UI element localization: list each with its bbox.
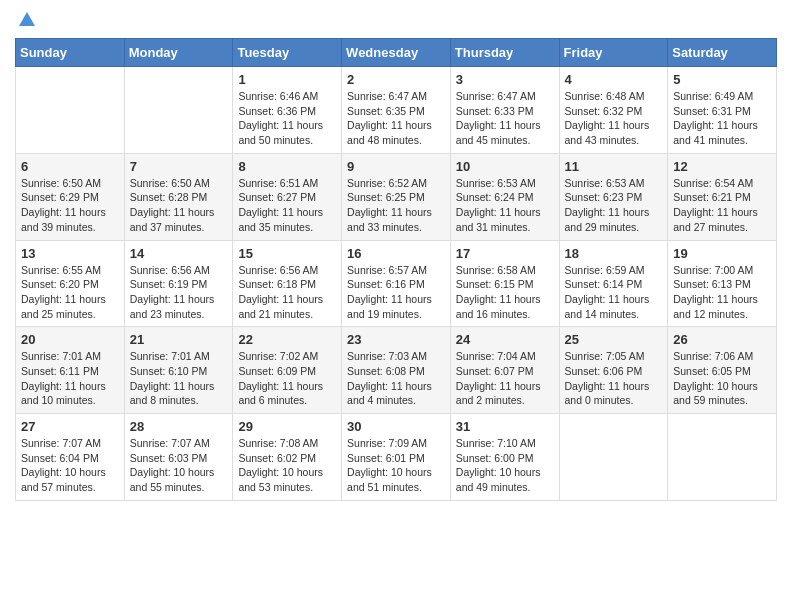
sunset-label: Sunset: 6:29 PM (21, 191, 99, 203)
day-info: Sunrise: 6:53 AM Sunset: 6:23 PM Dayligh… (565, 176, 663, 235)
day-info: Sunrise: 7:07 AM Sunset: 6:03 PM Dayligh… (130, 436, 228, 495)
daylight-label: Daylight: 10 hours and 53 minutes. (238, 466, 323, 493)
sunrise-label: Sunrise: 7:05 AM (565, 350, 645, 362)
day-number: 26 (673, 332, 771, 347)
calendar-cell: 8 Sunrise: 6:51 AM Sunset: 6:27 PM Dayli… (233, 153, 342, 240)
calendar-weekday-wednesday: Wednesday (342, 39, 451, 67)
calendar-cell: 22 Sunrise: 7:02 AM Sunset: 6:09 PM Dayl… (233, 327, 342, 414)
calendar-cell: 14 Sunrise: 6:56 AM Sunset: 6:19 PM Dayl… (124, 240, 233, 327)
day-number: 14 (130, 246, 228, 261)
daylight-label: Daylight: 11 hours and 2 minutes. (456, 380, 541, 407)
daylight-label: Daylight: 11 hours and 10 minutes. (21, 380, 106, 407)
calendar-week-row: 6 Sunrise: 6:50 AM Sunset: 6:29 PM Dayli… (16, 153, 777, 240)
sunrise-label: Sunrise: 6:47 AM (347, 90, 427, 102)
daylight-label: Daylight: 10 hours and 59 minutes. (673, 380, 758, 407)
day-number: 27 (21, 419, 119, 434)
sunset-label: Sunset: 6:35 PM (347, 105, 425, 117)
day-info: Sunrise: 7:02 AM Sunset: 6:09 PM Dayligh… (238, 349, 336, 408)
sunset-label: Sunset: 6:09 PM (238, 365, 316, 377)
calendar-weekday-sunday: Sunday (16, 39, 125, 67)
calendar-weekday-saturday: Saturday (668, 39, 777, 67)
day-number: 24 (456, 332, 554, 347)
day-number: 9 (347, 159, 445, 174)
sunrise-label: Sunrise: 6:47 AM (456, 90, 536, 102)
sunset-label: Sunset: 6:31 PM (673, 105, 751, 117)
daylight-label: Daylight: 10 hours and 57 minutes. (21, 466, 106, 493)
daylight-label: Daylight: 11 hours and 41 minutes. (673, 119, 758, 146)
day-number: 7 (130, 159, 228, 174)
calendar-week-row: 20 Sunrise: 7:01 AM Sunset: 6:11 PM Dayl… (16, 327, 777, 414)
svg-marker-0 (19, 12, 35, 26)
calendar-cell: 6 Sunrise: 6:50 AM Sunset: 6:29 PM Dayli… (16, 153, 125, 240)
daylight-label: Daylight: 11 hours and 19 minutes. (347, 293, 432, 320)
sunset-label: Sunset: 6:25 PM (347, 191, 425, 203)
sunset-label: Sunset: 6:02 PM (238, 452, 316, 464)
sunrise-label: Sunrise: 7:01 AM (130, 350, 210, 362)
daylight-label: Daylight: 11 hours and 4 minutes. (347, 380, 432, 407)
sunset-label: Sunset: 6:24 PM (456, 191, 534, 203)
sunset-label: Sunset: 6:01 PM (347, 452, 425, 464)
sunrise-label: Sunrise: 6:51 AM (238, 177, 318, 189)
daylight-label: Daylight: 11 hours and 25 minutes. (21, 293, 106, 320)
day-number: 17 (456, 246, 554, 261)
calendar-cell: 12 Sunrise: 6:54 AM Sunset: 6:21 PM Dayl… (668, 153, 777, 240)
calendar-cell: 23 Sunrise: 7:03 AM Sunset: 6:08 PM Dayl… (342, 327, 451, 414)
sunrise-label: Sunrise: 7:00 AM (673, 264, 753, 276)
calendar-cell: 5 Sunrise: 6:49 AM Sunset: 6:31 PM Dayli… (668, 67, 777, 154)
calendar-cell: 27 Sunrise: 7:07 AM Sunset: 6:04 PM Dayl… (16, 414, 125, 501)
sunset-label: Sunset: 6:23 PM (565, 191, 643, 203)
daylight-label: Daylight: 10 hours and 51 minutes. (347, 466, 432, 493)
day-info: Sunrise: 6:55 AM Sunset: 6:20 PM Dayligh… (21, 263, 119, 322)
sunset-label: Sunset: 6:13 PM (673, 278, 751, 290)
calendar-header-row: SundayMondayTuesdayWednesdayThursdayFrid… (16, 39, 777, 67)
calendar-cell: 25 Sunrise: 7:05 AM Sunset: 6:06 PM Dayl… (559, 327, 668, 414)
day-info: Sunrise: 6:52 AM Sunset: 6:25 PM Dayligh… (347, 176, 445, 235)
calendar-cell: 31 Sunrise: 7:10 AM Sunset: 6:00 PM Dayl… (450, 414, 559, 501)
day-info: Sunrise: 7:10 AM Sunset: 6:00 PM Dayligh… (456, 436, 554, 495)
calendar-cell (16, 67, 125, 154)
day-number: 6 (21, 159, 119, 174)
sunset-label: Sunset: 6:03 PM (130, 452, 208, 464)
daylight-label: Daylight: 10 hours and 55 minutes. (130, 466, 215, 493)
sunrise-label: Sunrise: 6:48 AM (565, 90, 645, 102)
sunset-label: Sunset: 6:16 PM (347, 278, 425, 290)
day-info: Sunrise: 6:50 AM Sunset: 6:29 PM Dayligh… (21, 176, 119, 235)
daylight-label: Daylight: 11 hours and 43 minutes. (565, 119, 650, 146)
calendar-cell (124, 67, 233, 154)
calendar-cell: 11 Sunrise: 6:53 AM Sunset: 6:23 PM Dayl… (559, 153, 668, 240)
calendar-week-row: 27 Sunrise: 7:07 AM Sunset: 6:04 PM Dayl… (16, 414, 777, 501)
calendar-cell: 10 Sunrise: 6:53 AM Sunset: 6:24 PM Dayl… (450, 153, 559, 240)
day-info: Sunrise: 7:00 AM Sunset: 6:13 PM Dayligh… (673, 263, 771, 322)
calendar-weekday-thursday: Thursday (450, 39, 559, 67)
sunset-label: Sunset: 6:27 PM (238, 191, 316, 203)
calendar-cell: 16 Sunrise: 6:57 AM Sunset: 6:16 PM Dayl… (342, 240, 451, 327)
sunrise-label: Sunrise: 7:09 AM (347, 437, 427, 449)
sunset-label: Sunset: 6:32 PM (565, 105, 643, 117)
calendar-cell: 17 Sunrise: 6:58 AM Sunset: 6:15 PM Dayl… (450, 240, 559, 327)
sunset-label: Sunset: 6:19 PM (130, 278, 208, 290)
calendar-cell: 4 Sunrise: 6:48 AM Sunset: 6:32 PM Dayli… (559, 67, 668, 154)
header (15, 10, 777, 30)
day-number: 13 (21, 246, 119, 261)
sunrise-label: Sunrise: 6:53 AM (565, 177, 645, 189)
calendar-cell: 24 Sunrise: 7:04 AM Sunset: 6:07 PM Dayl… (450, 327, 559, 414)
sunrise-label: Sunrise: 6:57 AM (347, 264, 427, 276)
daylight-label: Daylight: 11 hours and 14 minutes. (565, 293, 650, 320)
day-info: Sunrise: 6:59 AM Sunset: 6:14 PM Dayligh… (565, 263, 663, 322)
calendar: SundayMondayTuesdayWednesdayThursdayFrid… (15, 38, 777, 501)
sunset-label: Sunset: 6:00 PM (456, 452, 534, 464)
day-number: 15 (238, 246, 336, 261)
calendar-cell: 15 Sunrise: 6:56 AM Sunset: 6:18 PM Dayl… (233, 240, 342, 327)
sunrise-label: Sunrise: 6:52 AM (347, 177, 427, 189)
day-info: Sunrise: 7:07 AM Sunset: 6:04 PM Dayligh… (21, 436, 119, 495)
daylight-label: Daylight: 11 hours and 12 minutes. (673, 293, 758, 320)
daylight-label: Daylight: 11 hours and 45 minutes. (456, 119, 541, 146)
page: SundayMondayTuesdayWednesdayThursdayFrid… (0, 0, 792, 516)
day-number: 3 (456, 72, 554, 87)
day-number: 23 (347, 332, 445, 347)
day-info: Sunrise: 6:56 AM Sunset: 6:18 PM Dayligh… (238, 263, 336, 322)
sunset-label: Sunset: 6:33 PM (456, 105, 534, 117)
sunset-label: Sunset: 6:05 PM (673, 365, 751, 377)
sunrise-label: Sunrise: 6:56 AM (130, 264, 210, 276)
sunset-label: Sunset: 6:18 PM (238, 278, 316, 290)
